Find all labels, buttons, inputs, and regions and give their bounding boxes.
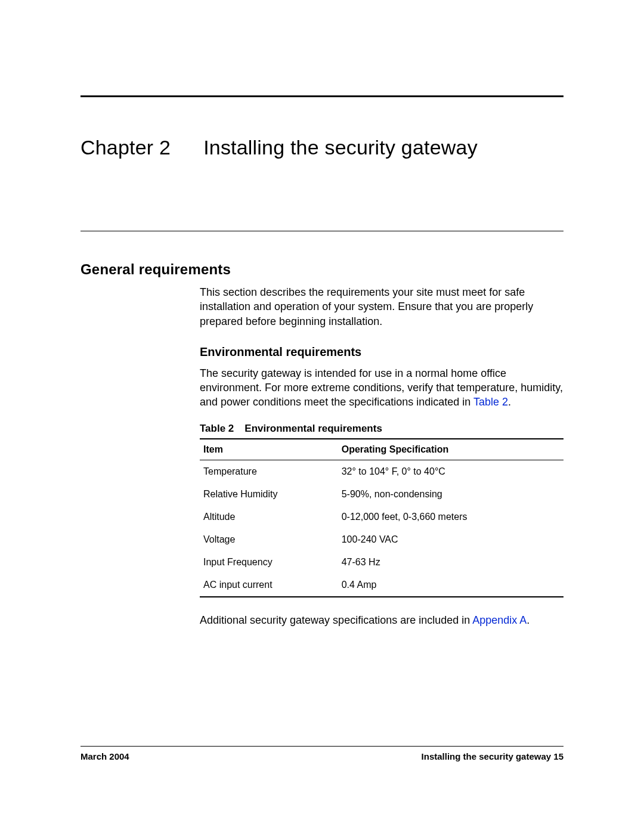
table-cell-spec: 0.4 Amp [338, 574, 564, 597]
table-cell-spec: 0-12,000 feet, 0-3,660 meters [338, 506, 564, 528]
table-caption: Table 2Environmental requirements [200, 423, 564, 435]
table-cell-item: Relative Humidity [200, 483, 338, 506]
chapter-heading: Chapter 2 Installing the security gatewa… [80, 136, 564, 159]
closing-text-before: Additional security gateway specificatio… [200, 614, 472, 626]
table-row: Input Frequency 47-63 Hz [200, 551, 564, 574]
table-cell-item: Input Frequency [200, 551, 338, 574]
footer-row: March 2004 Installing the security gatew… [80, 751, 564, 761]
section-horizontal-rule [80, 231, 564, 231]
subsection-paragraph: The security gateway is intended for use… [200, 366, 564, 410]
table-header-spec: Operating Specification [338, 439, 564, 460]
table-header-row: Item Operating Specification [200, 439, 564, 460]
environmental-requirements-table: Item Operating Specification Temperature… [200, 438, 564, 597]
table-cell-item: Voltage [200, 528, 338, 551]
table-caption-title: Environmental requirements [244, 423, 382, 434]
chapter-title: Installing the security gateway [203, 136, 478, 159]
table-2-link[interactable]: Table 2 [473, 396, 508, 408]
table-cell-spec: 100-240 VAC [338, 528, 564, 551]
page-footer: March 2004 Installing the security gatew… [80, 746, 564, 761]
table-row: Temperature 32° to 104° F, 0° to 40°C [200, 460, 564, 483]
table-cell-spec: 32° to 104° F, 0° to 40°C [338, 460, 564, 483]
table-row: Voltage 100-240 VAC [200, 528, 564, 551]
footer-horizontal-rule [80, 746, 564, 747]
section-intro-paragraph: This section describes the requirements … [200, 285, 564, 329]
table-row: Altitude 0-12,000 feet, 0-3,660 meters [200, 506, 564, 528]
closing-paragraph: Additional security gateway specificatio… [200, 613, 564, 627]
section-heading: General requirements [80, 261, 564, 278]
top-horizontal-rule [80, 95, 564, 97]
footer-title-page: Installing the security gateway 15 [422, 751, 564, 761]
subsection-text-after: . [508, 396, 511, 408]
body-area: This section describes the requirements … [200, 285, 564, 627]
table-cell-spec: 47-63 Hz [338, 551, 564, 574]
table-caption-label: Table 2 [200, 423, 234, 434]
table-row: Relative Humidity 5-90%, non-condensing [200, 483, 564, 506]
table-cell-item: AC input current [200, 574, 338, 597]
footer-date: March 2004 [80, 751, 129, 761]
table-cell-spec: 5-90%, non-condensing [338, 483, 564, 506]
table-cell-item: Altitude [200, 506, 338, 528]
subsection-heading: Environmental requirements [200, 345, 564, 359]
closing-text-after: . [527, 614, 530, 626]
table-row: AC input current 0.4 Amp [200, 574, 564, 597]
chapter-label: Chapter 2 [80, 136, 171, 159]
page-container: Chapter 2 Installing the security gatewa… [0, 0, 644, 833]
table-header-item: Item [200, 439, 338, 460]
table-cell-item: Temperature [200, 460, 338, 483]
appendix-a-link[interactable]: Appendix A [472, 614, 527, 626]
